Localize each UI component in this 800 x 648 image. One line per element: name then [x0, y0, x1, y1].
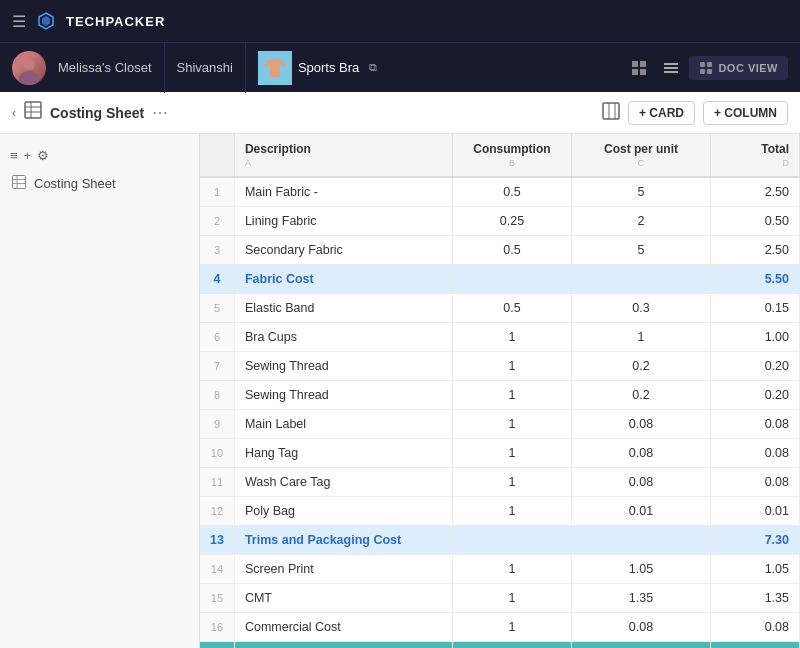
sidebar-item-label: Costing Sheet: [34, 176, 116, 191]
table-row[interactable]: 9 Main Label 1 0.08 0.08: [200, 410, 800, 439]
row-desc[interactable]: Fabric Cost: [234, 265, 452, 294]
add-column-btn[interactable]: + COLUMN: [703, 101, 788, 125]
row-cpu[interactable]: 0.08: [572, 468, 710, 497]
row-cpu[interactable]: 5: [572, 236, 710, 265]
columns-icon[interactable]: [602, 102, 620, 123]
svg-rect-5: [632, 61, 638, 67]
doc-view-btn[interactable]: DOC VIEW: [689, 56, 788, 80]
row-desc[interactable]: Sewing Thread: [234, 352, 452, 381]
svg-rect-12: [700, 62, 705, 67]
row-cpu[interactable]: [572, 265, 710, 294]
row-cpu[interactable]: 0.3: [572, 294, 710, 323]
row-desc[interactable]: CMT: [234, 584, 452, 613]
row-cons[interactable]: 0.25: [452, 207, 572, 236]
add-card-btn[interactable]: + CARD: [628, 101, 695, 125]
sidebar-add-btn[interactable]: +: [24, 148, 32, 163]
list-view-btn[interactable]: [657, 56, 685, 80]
row-cons[interactable]: [452, 642, 572, 649]
hamburger-icon[interactable]: ☰: [12, 12, 26, 31]
row-cons[interactable]: 0.5: [452, 294, 572, 323]
row-cpu[interactable]: 2: [572, 207, 710, 236]
row-cons[interactable]: 1: [452, 323, 572, 352]
table-row[interactable]: 8 Sewing Thread 1 0.2 0.20: [200, 381, 800, 410]
table-row[interactable]: 17 Total FOB per piece 9.78: [200, 642, 800, 649]
row-cpu[interactable]: 0.2: [572, 381, 710, 410]
row-desc[interactable]: Commercial Cost: [234, 613, 452, 642]
row-desc[interactable]: Poly Bag: [234, 497, 452, 526]
row-desc[interactable]: Sewing Thread: [234, 381, 452, 410]
table-row[interactable]: 12 Poly Bag 1 0.01 0.01: [200, 497, 800, 526]
row-desc[interactable]: Screen Print: [234, 555, 452, 584]
breadcrumb-collection[interactable]: Shivanshi: [165, 43, 246, 93]
row-cpu[interactable]: [572, 526, 710, 555]
row-cons[interactable]: 0.5: [452, 177, 572, 207]
row-desc[interactable]: Main Label: [234, 410, 452, 439]
breadcrumb-user[interactable]: Melissa's Closet: [46, 43, 165, 93]
table-row[interactable]: 14 Screen Print 1 1.05 1.05: [200, 555, 800, 584]
row-cons[interactable]: [452, 526, 572, 555]
top-nav: ☰ TECHPACKER: [0, 0, 800, 42]
row-num: 5: [200, 294, 234, 323]
row-desc[interactable]: Total FOB per piece: [234, 642, 452, 649]
table-row[interactable]: 5 Elastic Band 0.5 0.3 0.15: [200, 294, 800, 323]
row-desc[interactable]: Bra Cups: [234, 323, 452, 352]
sidebar-item-costing-sheet[interactable]: Costing Sheet: [0, 169, 199, 198]
row-cons[interactable]: 1: [452, 439, 572, 468]
row-cpu[interactable]: 0.08: [572, 439, 710, 468]
table-area[interactable]: Description A Consumption B Cost per uni…: [200, 134, 800, 648]
table-row[interactable]: 1 Main Fabric - 0.5 5 2.50: [200, 177, 800, 207]
row-desc[interactable]: Wash Care Tag: [234, 468, 452, 497]
row-desc[interactable]: Hang Tag: [234, 439, 452, 468]
row-cons[interactable]: 1: [452, 497, 572, 526]
view-controls: DOC VIEW: [625, 56, 800, 80]
row-cons[interactable]: 1: [452, 381, 572, 410]
row-cons[interactable]: 1: [452, 613, 572, 642]
sidebar-settings-btn[interactable]: ⚙: [37, 148, 49, 163]
table-row[interactable]: 15 CMT 1 1.35 1.35: [200, 584, 800, 613]
table-row[interactable]: 6 Bra Cups 1 1 1.00: [200, 323, 800, 352]
avatar[interactable]: [12, 51, 46, 85]
table-row[interactable]: 2 Lining Fabric 0.25 2 0.50: [200, 207, 800, 236]
table-row[interactable]: 7 Sewing Thread 1 0.2 0.20: [200, 352, 800, 381]
sidebar-menu-btn[interactable]: ≡: [10, 148, 18, 163]
row-desc[interactable]: Secondary Fabric: [234, 236, 452, 265]
row-cpu[interactable]: 0.08: [572, 410, 710, 439]
row-cpu[interactable]: 5: [572, 177, 710, 207]
row-desc[interactable]: Trims and Packaging Cost: [234, 526, 452, 555]
row-cpu[interactable]: 1.35: [572, 584, 710, 613]
external-link-icon[interactable]: ⧉: [369, 61, 377, 74]
row-cons[interactable]: 0.5: [452, 236, 572, 265]
sheet-title: Costing Sheet: [50, 105, 144, 121]
row-cons[interactable]: [452, 265, 572, 294]
row-cpu[interactable]: [572, 642, 710, 649]
row-desc[interactable]: Main Fabric -: [234, 177, 452, 207]
row-cpu[interactable]: 0.01: [572, 497, 710, 526]
more-options-btn[interactable]: ⋯: [152, 103, 168, 122]
row-cons[interactable]: 1: [452, 352, 572, 381]
row-num: 14: [200, 555, 234, 584]
table-row[interactable]: 4 Fabric Cost 5.50: [200, 265, 800, 294]
svg-marker-1: [42, 16, 50, 26]
grid-view-btn[interactable]: [625, 56, 653, 80]
table-row[interactable]: 10 Hang Tag 1 0.08 0.08: [200, 439, 800, 468]
collapse-icon[interactable]: ‹: [12, 106, 16, 120]
row-cpu[interactable]: 0.2: [572, 352, 710, 381]
table-row[interactable]: 3 Secondary Fabric 0.5 5 2.50: [200, 236, 800, 265]
row-cons[interactable]: 1: [452, 584, 572, 613]
row-desc[interactable]: Elastic Band: [234, 294, 452, 323]
row-total: 9.78: [710, 642, 799, 649]
row-cpu[interactable]: 1.05: [572, 555, 710, 584]
row-num: 9: [200, 410, 234, 439]
row-desc[interactable]: Lining Fabric: [234, 207, 452, 236]
breadcrumb-bar: Melissa's Closet Shivanshi Sports Bra ⧉: [0, 42, 800, 92]
table-row[interactable]: 16 Commercial Cost 1 0.08 0.08: [200, 613, 800, 642]
row-cons[interactable]: 1: [452, 410, 572, 439]
table-row[interactable]: 11 Wash Care Tag 1 0.08 0.08: [200, 468, 800, 497]
row-cons[interactable]: 1: [452, 555, 572, 584]
breadcrumb-product[interactable]: Sports Bra ⧉: [246, 51, 389, 85]
row-cons[interactable]: 1: [452, 468, 572, 497]
col-cpu-header: Cost per unit C: [572, 134, 710, 177]
row-cpu[interactable]: 1: [572, 323, 710, 352]
table-row[interactable]: 13 Trims and Packaging Cost 7.30: [200, 526, 800, 555]
row-cpu[interactable]: 0.08: [572, 613, 710, 642]
